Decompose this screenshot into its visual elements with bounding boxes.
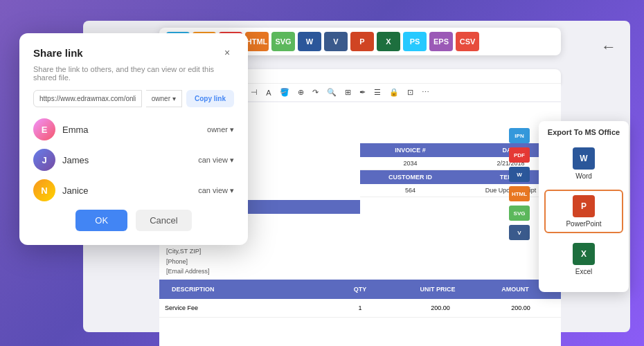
chevron-down-icon: ▾ bbox=[172, 95, 176, 102]
invoice-num-value: 2034 bbox=[360, 157, 460, 170]
dialog-actions: OK Cancel bbox=[33, 210, 234, 231]
excel-export-label: Excel bbox=[575, 268, 592, 275]
avatar-janice-initial: N bbox=[41, 185, 47, 196]
avatar-janice: N bbox=[33, 179, 55, 201]
tool-fill[interactable]: 🪣 bbox=[278, 86, 292, 98]
chevron-down-icon-janice: ▾ bbox=[230, 186, 234, 195]
tool-align[interactable]: ☰ bbox=[372, 86, 383, 98]
tool-img[interactable]: ⊞ bbox=[343, 86, 353, 98]
bill-email: [Email Address] bbox=[166, 266, 353, 276]
avatar-emma-initial: E bbox=[42, 125, 48, 135]
customer-id-value: 564 bbox=[360, 184, 460, 197]
row1-unit: 200.00 bbox=[400, 302, 481, 314]
left-icon-pdf[interactable]: PDF bbox=[509, 147, 530, 163]
format-btn-xls[interactable]: X bbox=[377, 32, 400, 51]
dialog-header: Share link × bbox=[33, 46, 234, 60]
avatar-james-initial: J bbox=[42, 155, 46, 165]
left-icons-panel: IPN PDF W HTML SVG V bbox=[509, 128, 530, 240]
tool-bend[interactable]: ↷ bbox=[310, 86, 321, 98]
dialog-description: Share the link to others, and they can v… bbox=[33, 65, 234, 82]
user-role-janice[interactable]: can view ▾ bbox=[198, 186, 234, 195]
tool-frame[interactable]: ⊡ bbox=[405, 86, 415, 98]
qty-col-header: QTY bbox=[321, 283, 399, 295]
row1-desc: Service Fee bbox=[159, 302, 320, 314]
user-row-janice: N Janice can view ▾ bbox=[33, 179, 234, 201]
tool-draw[interactable]: ✒ bbox=[357, 86, 368, 98]
avatar-james: J bbox=[33, 149, 55, 171]
format-btn-html[interactable]: HTML bbox=[245, 32, 269, 51]
bill-city: [City,ST ZIP] bbox=[166, 246, 353, 256]
link-role-select[interactable]: owner ▾ bbox=[146, 90, 182, 107]
ppt-export-icon: P bbox=[573, 195, 595, 217]
user-name-janice: Janice bbox=[62, 185, 191, 196]
left-icon-word[interactable]: W bbox=[509, 167, 530, 182]
cancel-button[interactable]: Cancel bbox=[136, 210, 191, 231]
format-btn-visio[interactable]: V bbox=[324, 32, 348, 51]
unit-price-col-header: UNIT PRICE bbox=[399, 283, 476, 295]
tool-text2[interactable]: A bbox=[264, 87, 273, 98]
chevron-down-icon-emma: ▾ bbox=[230, 125, 234, 134]
user-role-james[interactable]: can view ▾ bbox=[198, 156, 234, 165]
james-role-label: can view bbox=[198, 156, 228, 164]
desc-col-header: DESCRIPTION bbox=[166, 283, 321, 295]
tool-more[interactable]: ⋯ bbox=[420, 86, 431, 98]
close-button[interactable]: × bbox=[220, 46, 234, 60]
dialog-title: Share link bbox=[33, 47, 83, 59]
export-excel-item[interactable]: X Excel bbox=[544, 239, 623, 280]
user-role-emma[interactable]: owner ▾ bbox=[207, 125, 234, 134]
user-name-james: James bbox=[62, 155, 191, 165]
format-btn-svg[interactable]: SVG bbox=[271, 32, 295, 51]
export-panel-title: Export To MS Office bbox=[544, 128, 623, 136]
invoice-num-header: INVOICE # bbox=[360, 143, 460, 157]
export-ppt-item[interactable]: P PowerPoint bbox=[544, 190, 623, 233]
link-row: owner ▾ Copy link bbox=[33, 90, 234, 107]
left-icon-v[interactable]: V bbox=[509, 225, 530, 240]
export-panel: Export To MS Office W Word P PowerPoint … bbox=[539, 121, 629, 292]
row1-qty: 1 bbox=[320, 302, 400, 314]
export-word-item[interactable]: W Word bbox=[544, 143, 623, 184]
tool-zoom[interactable]: 🔍 bbox=[325, 86, 339, 98]
format-btn-word[interactable]: W bbox=[298, 32, 321, 51]
user-row-emma: E Emma owner ▾ bbox=[33, 118, 234, 140]
user-row-james: J James can view ▾ bbox=[33, 149, 234, 171]
copy-link-button[interactable]: Copy link bbox=[186, 90, 234, 107]
emma-role-label: owner bbox=[207, 125, 228, 134]
tool-connect[interactable]: ⊕ bbox=[296, 86, 306, 98]
ppt-export-label: PowerPoint bbox=[566, 220, 601, 228]
chevron-down-icon-james: ▾ bbox=[230, 156, 234, 165]
link-url-input[interactable] bbox=[33, 90, 142, 107]
avatar-emma: E bbox=[33, 118, 55, 140]
tool-lock[interactable]: 🔒 bbox=[387, 86, 401, 98]
user-name-emma: Emma bbox=[62, 125, 200, 135]
bill-phone: [Phone] bbox=[166, 257, 353, 266]
tool-line[interactable]: ⊣ bbox=[249, 86, 260, 98]
janice-role-label: can view bbox=[198, 186, 228, 194]
row1-amount: 200.00 bbox=[481, 302, 561, 314]
format-btn-ps[interactable]: PS bbox=[403, 32, 427, 51]
ok-button[interactable]: OK bbox=[75, 210, 127, 231]
customer-id-header: CUSTOMER ID bbox=[360, 170, 460, 184]
arrow-hint-icon: ← bbox=[601, 38, 616, 56]
link-role-label: owner bbox=[152, 95, 170, 102]
format-btn-ppt[interactable]: P bbox=[350, 32, 374, 51]
left-icon-html[interactable]: HTML bbox=[509, 186, 530, 201]
format-btn-eps[interactable]: EPS bbox=[429, 32, 453, 51]
invoice-row-1: Service Fee 1 200.00 200.00 bbox=[159, 299, 561, 318]
left-icon-svg[interactable]: SVG bbox=[509, 206, 530, 221]
invoice-desc-header: DESCRIPTION QTY UNIT PRICE AMOUNT bbox=[159, 280, 561, 299]
word-export-icon: W bbox=[573, 147, 595, 170]
excel-export-icon: X bbox=[573, 243, 595, 265]
share-dialog: Share link × Share the link to others, a… bbox=[19, 33, 248, 245]
word-export-label: Word bbox=[575, 172, 592, 180]
left-icon-ipn[interactable]: IPN bbox=[509, 128, 530, 143]
format-btn-csv[interactable]: CSV bbox=[456, 32, 479, 51]
